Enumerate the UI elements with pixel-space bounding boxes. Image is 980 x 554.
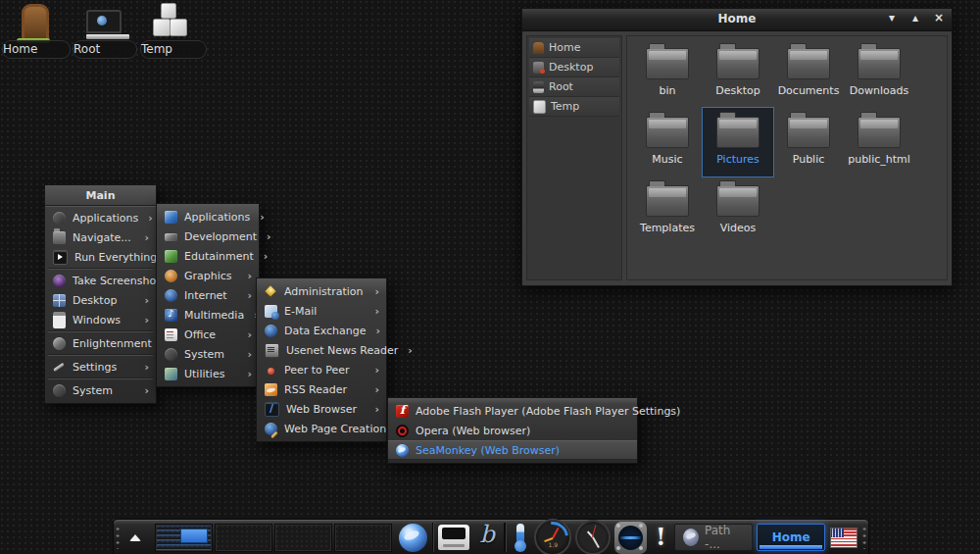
launcher-seamonkey[interactable] xyxy=(399,524,427,552)
mixer-gadget[interactable] xyxy=(614,522,647,554)
menu-item-utilities[interactable]: Utilities › xyxy=(157,364,259,383)
desktop-icon-temp-label[interactable]: Temp xyxy=(140,40,207,59)
menu-item-windows[interactable]: Windows › xyxy=(45,310,156,329)
office-icon xyxy=(165,328,177,341)
file-manager-window: Home ▾ ▴ × Home Desktop Root xyxy=(521,8,953,286)
menu-item-usenet-news-reader[interactable]: Usenet News Reader › xyxy=(257,340,386,360)
menu-item-office[interactable]: Office › xyxy=(157,325,259,344)
menu-label: Desktop xyxy=(73,294,134,307)
submenu-arrow-icon: › xyxy=(144,231,149,244)
folder-icon xyxy=(716,185,760,217)
menu-item-edutainment[interactable]: Edutainment › xyxy=(157,246,259,266)
menu-item-system[interactable]: System › xyxy=(45,380,156,400)
folder-videos[interactable]: Videos xyxy=(703,176,773,245)
alert-gadget[interactable]: ! xyxy=(651,523,670,552)
clock-gadget[interactable] xyxy=(575,520,611,554)
menu-label: Applications xyxy=(73,212,138,225)
menu-item-multimedia[interactable]: Multimedia › xyxy=(157,305,259,325)
menu-item-graphics[interactable]: Graphics › xyxy=(157,266,259,285)
shelf-grip-right[interactable] xyxy=(861,526,867,549)
sidebar-item-temp[interactable]: Temp xyxy=(529,97,619,117)
desktop-icon-temp[interactable] xyxy=(149,3,192,38)
sidebar-item-root[interactable]: Root xyxy=(529,77,619,97)
pager-window-preview[interactable] xyxy=(180,529,208,543)
desktop-icon-home[interactable] xyxy=(6,4,65,41)
desktop-icon-home-label[interactable]: Home xyxy=(2,40,71,59)
desktop-icon-root[interactable] xyxy=(80,10,127,39)
folder-icon xyxy=(646,117,689,148)
menu-item-web-page-creation[interactable]: Web Page Creation › xyxy=(257,419,386,438)
file-sidebar: Home Desktop Root Temp xyxy=(526,35,622,280)
internet-globe-icon xyxy=(165,289,177,302)
taskbar-button-home-active[interactable]: Home xyxy=(757,524,825,551)
sidebar-label: Desktop xyxy=(549,61,593,74)
shelf-grip-left[interactable] xyxy=(115,526,121,549)
folder-label: Documents xyxy=(778,84,840,97)
menu-item-internet[interactable]: Internet › xyxy=(157,285,259,305)
menu-item-rss-reader[interactable]: RSS Reader › xyxy=(257,379,386,399)
menu-item-web-browser[interactable]: Web Browser › xyxy=(257,399,386,419)
folder-bin[interactable]: bin xyxy=(632,39,703,108)
launcher-b-app[interactable] xyxy=(473,523,499,552)
menu-item-navigate[interactable]: Navigate... › xyxy=(45,227,156,247)
launcher-terminal[interactable] xyxy=(438,525,469,550)
menu-item-administration[interactable]: Administration › xyxy=(257,281,386,301)
folder-templates[interactable]: Templates xyxy=(632,176,703,245)
menu-separator xyxy=(48,330,153,332)
menu-item-adobe-flash-player[interactable]: Adobe Flash Player (Adobe Flash Player S… xyxy=(388,401,637,421)
shelf-separator xyxy=(504,523,506,552)
submenu-arrow-icon: › xyxy=(260,211,265,224)
exclamation-icon: ! xyxy=(651,523,670,552)
desktop-icon-root-label[interactable]: Root xyxy=(73,40,137,59)
submenu-arrow-icon: › xyxy=(374,364,379,377)
pager-desktop-2[interactable] xyxy=(215,524,272,552)
maximize-button[interactable]: ▴ xyxy=(908,11,922,25)
window-titlebar[interactable]: Home ▾ ▴ × xyxy=(522,9,952,31)
menu-item-development[interactable]: Development › xyxy=(157,227,259,246)
folder-public-html[interactable]: public_html xyxy=(844,108,914,176)
folder-pictures-selected[interactable]: Pictures xyxy=(703,108,773,176)
menu-item-system-cat[interactable]: System › xyxy=(157,344,259,364)
menu-item-enlightenment[interactable]: Enlightenment › xyxy=(45,333,156,353)
shelf-autohide-button[interactable] xyxy=(122,523,149,552)
menu-item-applications-cat[interactable]: Applications › xyxy=(157,207,259,227)
sidebar-item-home[interactable]: Home xyxy=(529,38,619,58)
folder-public[interactable]: Public xyxy=(773,108,844,176)
cpufreq-gadget[interactable]: 1.9 xyxy=(534,519,571,554)
us-flag-keyboard-icon[interactable] xyxy=(830,528,858,548)
submenu-arrow-icon: › xyxy=(267,230,271,243)
folder-music[interactable]: Music xyxy=(632,108,703,176)
folder-documents[interactable]: Documents xyxy=(773,39,844,108)
folder-downloads[interactable]: Downloads xyxy=(844,39,914,108)
menu-item-email[interactable]: E-Mail › xyxy=(257,301,386,321)
pager-desktop-1[interactable] xyxy=(155,524,213,552)
temperature-gadget[interactable] xyxy=(511,524,530,551)
folder-label: Templates xyxy=(640,222,695,234)
menu-item-run-everything[interactable]: Run Everything xyxy=(45,247,156,267)
sidebar-item-desktop[interactable]: Desktop xyxy=(529,58,619,77)
menu-separator xyxy=(48,268,153,270)
cpufreq-value: 1.9 xyxy=(536,541,569,548)
menu-item-data-exchange[interactable]: Data Exchange › xyxy=(257,321,386,340)
taskbar-button-path[interactable]: Path -... xyxy=(674,524,753,551)
submenu-arrow-icon: › xyxy=(144,384,149,397)
menu-item-seamonkey[interactable]: SeaMonkey (Web Browser) xyxy=(388,440,637,460)
submenu-arrow-icon: › xyxy=(408,344,413,357)
menu-item-take-screenshot[interactable]: Take Screenshot xyxy=(45,271,156,290)
menu-item-applications[interactable]: Applications › xyxy=(45,208,156,227)
close-button[interactable]: × xyxy=(932,11,946,25)
menu-item-opera[interactable]: Opera (Web browser) xyxy=(388,421,637,440)
menu-item-peer-to-peer[interactable]: Peer to Peer › xyxy=(257,360,386,379)
desktop-background[interactable]: Home Root Temp Home ▾ ▴ × Home xyxy=(0,0,980,554)
menu-item-settings[interactable]: Settings › xyxy=(45,357,156,377)
shade-button[interactable]: ▾ xyxy=(885,11,899,25)
folder-desktop[interactable]: Desktop xyxy=(703,39,773,108)
menu-item-desktop[interactable]: Desktop › xyxy=(45,290,156,310)
menu-label: Run Everything xyxy=(74,251,157,264)
menu-label: Office xyxy=(184,328,237,341)
pager-desktop-4[interactable] xyxy=(334,524,392,552)
submenu-arrow-icon: › xyxy=(374,285,379,298)
b-app-icon xyxy=(473,523,499,552)
file-grid: bin Desktop Documents Downloads Music xyxy=(626,35,948,280)
pager-desktop-3[interactable] xyxy=(274,524,332,552)
